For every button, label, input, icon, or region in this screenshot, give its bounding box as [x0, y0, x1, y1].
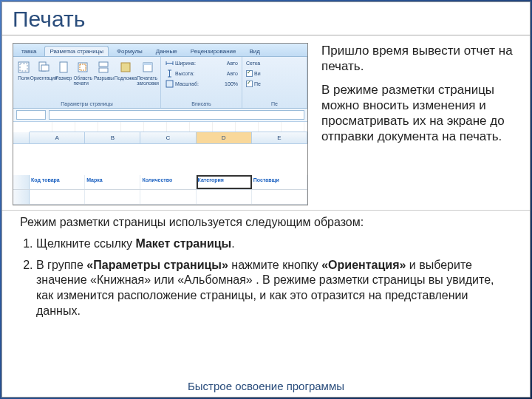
col-E[interactable]: E	[252, 132, 307, 143]
excel-screenshot: тавка Разметка страницы Формулы Данные Р…	[13, 43, 308, 205]
orientation-icon	[36, 60, 51, 75]
scale-row[interactable]: Масштаб: 100%	[163, 79, 239, 89]
column-headers: A B C D E	[13, 132, 307, 144]
tab-page-layout[interactable]: Разметка страницы	[44, 46, 109, 56]
breaks-label: Разрывы	[94, 75, 114, 81]
breaks-button[interactable]: Разрывы	[94, 58, 114, 101]
lower-intro: Режим разметки страницы используется сле…	[20, 215, 512, 231]
name-box[interactable]	[16, 110, 46, 120]
col-D[interactable]: D	[197, 132, 252, 143]
svg-rect-9	[121, 63, 130, 72]
slide-panel: Печать тавка Разметка страницы Формулы Д…	[1, 1, 531, 398]
select-all-corner[interactable]	[13, 132, 30, 143]
grid-rows: Код товара Марка Количество Категория По…	[13, 144, 307, 205]
svg-rect-4	[60, 62, 67, 72]
formula-input[interactable]	[49, 110, 304, 120]
cell-B[interactable]: Марка	[85, 175, 140, 189]
row-header[interactable]	[13, 175, 30, 189]
height-icon	[165, 69, 174, 78]
print-area-icon	[75, 60, 90, 75]
orientation-label: Ориентация	[30, 75, 58, 81]
step-2: В группе «Параметры страницы» нажмите кн…	[36, 258, 512, 319]
margins-icon	[16, 60, 31, 75]
size-icon	[56, 60, 71, 75]
tab-data[interactable]: Данные	[151, 46, 183, 56]
group-fit-label: Вписать	[163, 100, 239, 106]
print-titles-label: Печатать заголовки	[137, 75, 159, 86]
background-button[interactable]: Подложка	[115, 58, 136, 101]
col-B[interactable]: B	[85, 132, 140, 143]
cell-D[interactable]: Категория	[197, 175, 252, 189]
col-C[interactable]: C	[140, 132, 196, 143]
breaks-icon	[96, 60, 111, 75]
cell-A[interactable]: Код товара	[30, 175, 85, 189]
tab-insert[interactable]: тавка	[16, 46, 41, 56]
svg-rect-11	[143, 63, 152, 65]
cell-C[interactable]: Количество	[140, 175, 196, 189]
table-row: Код товара Марка Количество Категория По…	[13, 175, 307, 190]
svg-rect-12	[166, 81, 173, 87]
ribbon-tabs: тавка Разметка страницы Формулы Данные Р…	[13, 44, 307, 57]
ribbon-body: Поля Ориентация Размер Область печа	[13, 57, 307, 109]
checkbox-icon	[246, 81, 253, 87]
svg-rect-3	[41, 65, 49, 71]
gridlines-view[interactable]: Ви	[245, 69, 304, 79]
group-sheet-options: Сетка Ви Пе Пе	[242, 57, 307, 109]
orientation-button[interactable]: Ориентация	[33, 58, 54, 101]
step-1: Щелкните ссылку Макет страницы.	[36, 236, 512, 252]
gridlines-row: Сетка	[245, 58, 304, 69]
slide-title: Печать	[2, 2, 530, 35]
cell-E[interactable]: Поставщи	[252, 175, 307, 189]
size-button[interactable]: Размер	[55, 58, 72, 101]
print-area-button[interactable]: Область печати	[73, 58, 92, 101]
scale-icon	[165, 80, 174, 89]
tab-formulas[interactable]: Формулы	[112, 46, 148, 56]
svg-rect-8	[99, 68, 108, 72]
print-area-label: Область печати	[73, 75, 92, 86]
gridlines-print[interactable]: Пе	[245, 79, 304, 89]
side-p2: В режиме разметки страницы можно вносить…	[321, 82, 519, 145]
formula-bar	[13, 109, 307, 122]
side-p1: Пришло время вывести отчет на печать.	[321, 43, 519, 75]
upper-row: тавка Разметка страницы Формулы Данные Р…	[2, 35, 530, 211]
ruler	[30, 122, 307, 132]
background-icon	[118, 60, 133, 75]
col-A[interactable]: A	[30, 132, 85, 143]
print-titles-icon	[140, 60, 155, 75]
row-header[interactable]	[13, 190, 30, 204]
group-page-setup-label: Параметры страницы	[16, 100, 158, 106]
margins-label: Поля	[18, 75, 29, 81]
lower-text: Режим разметки страницы используется сле…	[2, 211, 530, 332]
svg-rect-7	[99, 62, 108, 66]
print-titles-button[interactable]: Печатать заголовки	[137, 58, 158, 101]
width-row[interactable]: Ширина: Авто	[163, 58, 239, 69]
group-scale-to-fit: Ширина: Авто Высота: Авто Масштаб: 100%	[161, 57, 242, 109]
group-sheet-label: Пе	[245, 100, 304, 106]
tab-view[interactable]: Вид	[244, 46, 265, 56]
background-label: Подложка	[115, 75, 137, 81]
checkbox-icon	[246, 70, 253, 77]
tab-review[interactable]: Рецензирование	[185, 46, 242, 56]
size-label: Размер	[55, 75, 72, 81]
width-icon	[165, 59, 174, 68]
side-text: Пришло время вывести отчет на печать. В …	[321, 43, 519, 205]
table-row	[13, 190, 307, 205]
footer-text: Быстрое освоение программы	[2, 380, 530, 392]
height-row[interactable]: Высота: Авто	[163, 69, 239, 79]
sheet-area: A B C D E Код товара Марка Количество Ка…	[13, 122, 307, 205]
group-page-setup: Поля Ориентация Размер Область печа	[13, 57, 161, 109]
